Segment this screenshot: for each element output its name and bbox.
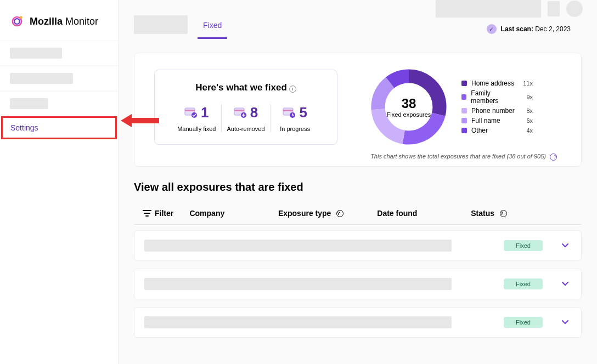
status-badge: Fixed (504, 240, 543, 251)
placeholder (144, 240, 452, 252)
donut-label: Fixed exposures (387, 111, 431, 118)
brand-logo[interactable]: Mozilla Monitor (0, 7, 118, 41)
exposure-row[interactable]: Fixed (134, 269, 582, 299)
chevron-down-icon[interactable] (561, 281, 569, 287)
table-header: Filter Company Exposure type ? Date foun… (134, 203, 582, 225)
filter-button[interactable]: Filter (143, 209, 189, 218)
last-scan-info: ✓ Last scan: Dec 2, 2023 (487, 24, 571, 34)
card-plus-icon (234, 107, 247, 118)
sidebar-item[interactable] (0, 41, 118, 66)
stat-auto-removed: 8 Auto-removed (222, 104, 271, 132)
svg-rect-6 (185, 110, 195, 111)
brand-name: Mozilla Monitor (30, 16, 98, 27)
th-date-found: Date found (377, 209, 471, 218)
legend-item: Family members9x (461, 89, 533, 105)
svg-marker-4 (121, 114, 132, 127)
exposures-list-title: View all exposures that are fixed (134, 181, 582, 194)
main-content: Fixed ✓ Last scan: Dec 2, 2023 Here's wh… (119, 0, 597, 364)
summary-panel: Here's what we fixedi 1 Manually fixed (134, 53, 582, 167)
card-check-icon (184, 107, 198, 118)
svg-point-2 (20, 16, 22, 19)
donut-total: 38 (402, 96, 416, 111)
swatch-icon (461, 118, 467, 123)
placeholder (144, 316, 452, 328)
sidebar-item[interactable] (0, 91, 118, 116)
svg-rect-9 (234, 110, 244, 111)
shield-check-icon: ✓ (487, 24, 497, 34)
th-status: Status ? (471, 209, 507, 218)
exposures-chart: 38 Fixed exposures Home address11x Famil… (370, 69, 533, 145)
filter-icon (143, 210, 151, 217)
header-placeholder (436, 0, 541, 18)
fixed-summary-box: Here's what we fixedi 1 Manually fixed (154, 70, 337, 145)
exposure-row[interactable]: Fixed (134, 230, 582, 261)
chart-caption: This chart shows the total exposures tha… (154, 153, 557, 161)
chevron-down-icon[interactable] (561, 320, 569, 325)
placeholder (10, 48, 62, 59)
info-icon[interactable]: ? (550, 153, 557, 161)
th-company: Company (189, 209, 278, 218)
monitor-logo-icon (10, 14, 24, 29)
legend-item: Other4x (461, 127, 533, 134)
svg-point-1 (14, 19, 20, 24)
top-bar: Fixed ✓ Last scan: Dec 2, 2023 (119, 0, 597, 38)
sidebar-item[interactable] (0, 66, 118, 91)
info-icon[interactable]: ? (336, 210, 343, 217)
info-icon[interactable]: i (289, 86, 296, 93)
sidebar-item-settings[interactable]: Settings (1, 116, 117, 139)
stat-in-progress: 5 In progress (271, 104, 319, 132)
chevron-down-icon[interactable] (561, 243, 569, 248)
status-badge: Fixed (504, 278, 543, 289)
placeholder (10, 98, 48, 109)
tab-placeholder[interactable] (134, 15, 188, 34)
placeholder (10, 73, 73, 84)
swatch-icon (461, 94, 466, 100)
th-exposure-type: Exposure type ? (278, 209, 377, 218)
svg-rect-12 (283, 110, 293, 111)
fixed-summary-title: Here's what we fixedi (172, 82, 319, 93)
swatch-icon (461, 108, 467, 113)
header-placeholder (548, 1, 560, 16)
avatar[interactable] (566, 1, 583, 17)
swatch-icon (461, 81, 467, 86)
placeholder (144, 278, 452, 290)
card-clock-icon (283, 107, 296, 118)
legend-item: Home address11x (461, 79, 533, 87)
info-icon[interactable]: ? (500, 210, 507, 217)
swatch-icon (461, 128, 467, 133)
tab-fixed[interactable]: Fixed (198, 14, 227, 39)
stat-manually-fixed: 1 Manually fixed (172, 104, 222, 132)
legend-item: Full name6x (461, 117, 533, 124)
status-badge: Fixed (504, 317, 543, 328)
exposure-row[interactable]: Fixed (134, 307, 582, 338)
annotation-arrow-icon (121, 113, 159, 128)
sidebar: Mozilla Monitor Settings (0, 0, 119, 364)
legend-item: Phone number8x (461, 107, 533, 115)
chart-legend: Home address11x Family members9x Phone n… (461, 77, 533, 136)
